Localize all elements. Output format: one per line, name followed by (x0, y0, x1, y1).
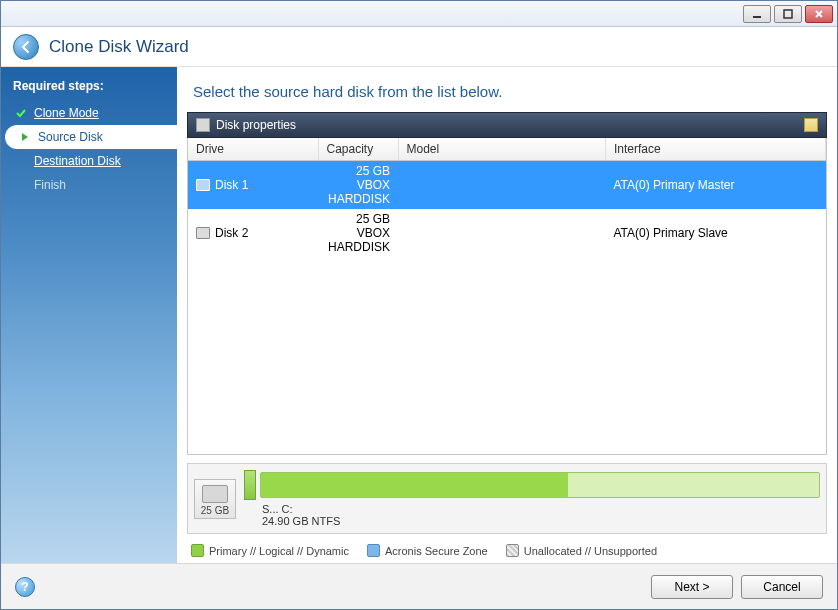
partition-info: 24.90 GB NTFS (262, 515, 340, 527)
help-button[interactable]: ? (15, 577, 35, 597)
svg-rect-0 (753, 16, 761, 18)
cell-drive: Disk 1 (215, 178, 248, 192)
next-button[interactable]: Next > (651, 575, 733, 599)
disk-icon (202, 485, 228, 503)
cell-model: VBOX HARDDISK (328, 226, 390, 254)
arrow-right-icon (19, 131, 31, 143)
page-title: Clone Disk Wizard (49, 37, 189, 57)
minimize-button[interactable] (743, 5, 771, 23)
sidebar-item-label: Source Disk (38, 130, 103, 144)
col-drive[interactable]: Drive (188, 138, 318, 161)
sidebar-header: Required steps: (1, 75, 177, 101)
disk-properties-label: Disk properties (216, 118, 296, 132)
col-capacity[interactable]: Capacity (318, 138, 398, 161)
cell-model: VBOX HARDDISK (328, 178, 390, 206)
cell-capacity: 25 GB (356, 164, 390, 178)
blank-icon (15, 179, 27, 191)
cell-capacity: 25 GB (356, 212, 390, 226)
col-model[interactable]: Model (398, 138, 606, 161)
sidebar: Required steps: Clone Mode Source Disk D… (1, 67, 177, 563)
sidebar-item-label: Clone Mode (34, 106, 99, 120)
cancel-button[interactable]: Cancel (741, 575, 823, 599)
sidebar-item-source-disk[interactable]: Source Disk (5, 125, 177, 149)
sidebar-item-destination-disk[interactable]: Destination Disk (1, 149, 177, 173)
window: Clone Disk Wizard Required steps: Clone … (0, 0, 838, 610)
legend-swatch-secure (367, 544, 380, 557)
disk-total: 25 GB (201, 505, 229, 516)
legend-swatch-unalloc (506, 544, 519, 557)
svg-rect-1 (784, 10, 792, 18)
columns-button[interactable] (804, 118, 818, 132)
disk-table: Drive Capacity Model Interface Disk 1 25… (187, 138, 827, 455)
partition-bar[interactable] (260, 472, 820, 498)
legend-unalloc: Unallocated // Unsupported (524, 545, 657, 557)
col-interface[interactable]: Interface (606, 138, 826, 161)
sidebar-item-clone-mode[interactable]: Clone Mode (1, 101, 177, 125)
cell-drive: Disk 2 (215, 226, 248, 240)
cell-interface: ATA(0) Primary Slave (606, 209, 826, 257)
header: Clone Disk Wizard (1, 27, 837, 67)
partition-label: C: (282, 503, 293, 515)
disk-icon (196, 179, 210, 191)
table-row[interactable]: Disk 2 25 GB VBOX HARDDISK ATA(0) Primar… (188, 209, 826, 257)
properties-icon (196, 118, 210, 132)
legend-secure: Acronis Secure Zone (385, 545, 488, 557)
sidebar-item-label: Finish (34, 178, 66, 192)
back-button[interactable] (13, 34, 39, 60)
disk-properties-bar: Disk properties (187, 112, 827, 138)
instruction-text: Select the source hard disk from the lis… (177, 67, 837, 112)
disk-total-icon: 25 GB (194, 479, 236, 519)
disk-icon (196, 227, 210, 239)
maximize-button[interactable] (774, 5, 802, 23)
table-row[interactable]: Disk 1 25 GB VBOX HARDDISK ATA(0) Primar… (188, 161, 826, 210)
legend: Primary // Logical // Dynamic Acronis Se… (177, 534, 837, 563)
partition-flag (244, 470, 256, 500)
sidebar-item-finish: Finish (1, 173, 177, 197)
legend-swatch-primary (191, 544, 204, 557)
sidebar-item-label: Destination Disk (34, 154, 121, 168)
titlebar (1, 1, 837, 27)
partition-panel: 25 GB S... C: 24.90 GB NTFS (187, 463, 827, 534)
close-button[interactable] (805, 5, 833, 23)
footer: ? Next > Cancel (1, 563, 837, 609)
cell-interface: ATA(0) Primary Master (606, 161, 826, 210)
arrow-left-icon (19, 40, 33, 54)
partition-letter: S... (262, 503, 279, 515)
blank-icon (15, 155, 27, 167)
main-panel: Select the source hard disk from the lis… (177, 67, 837, 563)
legend-primary: Primary // Logical // Dynamic (209, 545, 349, 557)
check-icon (15, 107, 27, 119)
